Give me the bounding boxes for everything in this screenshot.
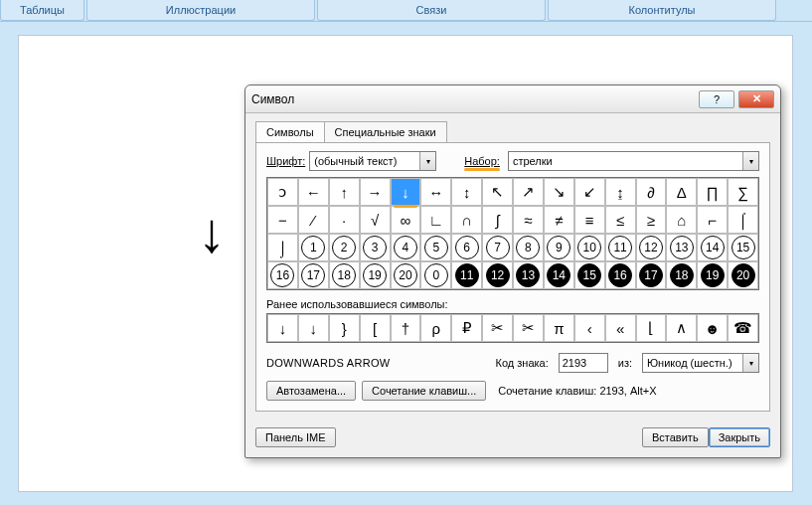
symbol-cell[interactable]: ‹ [574, 314, 605, 342]
symbol-cell[interactable]: 18 [666, 261, 697, 289]
font-combo[interactable]: (обычный текст) ▾ [309, 151, 436, 171]
symbol-cell[interactable]: 17 [636, 261, 667, 289]
symbol-cell[interactable]: √ [360, 206, 391, 234]
symbol-cell[interactable]: ∑ [728, 178, 758, 206]
symbol-cell[interactable]: ↨ [605, 178, 636, 206]
symbol-cell[interactable]: ∕ [298, 206, 329, 234]
symbol-cell[interactable]: ₽ [451, 314, 482, 342]
symbol-cell[interactable]: ↑ [329, 178, 360, 206]
symbol-cell[interactable]: † [391, 314, 421, 342]
symbol-cell[interactable]: 1 [298, 234, 329, 261]
symbol-cell[interactable]: 4 [391, 234, 421, 261]
chevron-down-icon[interactable]: ▾ [419, 152, 435, 170]
ribbon-group-illustrations[interactable]: Иллюстрации [86, 0, 315, 21]
symbol-cell[interactable]: 11 [605, 234, 636, 261]
symbol-cell[interactable]: ↔ [420, 178, 451, 206]
symbol-cell[interactable]: ∫ [482, 206, 513, 234]
symbol-cell[interactable]: ↖ [482, 178, 513, 206]
ribbon-group-tables[interactable]: Таблицы [0, 0, 84, 21]
symbol-cell[interactable]: 12 [636, 234, 667, 261]
symbol-cell[interactable]: 7 [482, 234, 513, 261]
symbol-cell[interactable]: 19 [360, 261, 391, 289]
ribbon-group-headers[interactable]: Колонтитулы [548, 0, 776, 21]
insert-button[interactable]: Вставить [642, 427, 709, 447]
symbol-cell[interactable]: ∞ [391, 206, 421, 234]
symbol-cell[interactable]: 16 [605, 261, 636, 289]
symbol-cell[interactable]: ✂ [513, 314, 544, 342]
symbol-cell[interactable]: 15 [728, 234, 758, 261]
symbol-cell[interactable]: ⌂ [666, 206, 697, 234]
symbol-cell[interactable]: ⌡ [267, 234, 298, 261]
symbol-cell[interactable]: π [544, 314, 574, 342]
set-combo[interactable]: стрелки ▾ [508, 151, 759, 171]
symbol-cell[interactable]: [ [360, 314, 391, 342]
shortcut-key-button[interactable]: Сочетание клавиш... [362, 381, 486, 401]
symbol-cell[interactable]: → [360, 178, 391, 206]
symbol-cell[interactable]: · [329, 206, 360, 234]
symbol-cell[interactable]: ☎ [728, 314, 758, 342]
symbol-cell[interactable]: ☻ [697, 314, 728, 342]
symbol-cell[interactable]: 12 [482, 261, 513, 289]
symbol-cell[interactable]: ≠ [544, 206, 574, 234]
symbol-cell[interactable]: ∂ [636, 178, 667, 206]
symbol-cell[interactable]: ↙ [574, 178, 605, 206]
symbol-cell[interactable]: 5 [420, 234, 451, 261]
symbol-cell[interactable]: 0 [420, 261, 451, 289]
symbol-cell[interactable]: 14 [544, 261, 574, 289]
symbol-cell[interactable]: Δ [666, 178, 697, 206]
symbol-cell[interactable]: 9 [544, 234, 574, 261]
symbol-cell[interactable]: 16 [267, 261, 298, 289]
symbol-cell[interactable]: 20 [728, 261, 758, 289]
symbol-cell[interactable]: ≡ [574, 206, 605, 234]
symbol-cell[interactable]: 2 [329, 234, 360, 261]
help-button[interactable]: ? [699, 90, 734, 108]
symbol-cell[interactable]: 3 [360, 234, 391, 261]
symbol-cell[interactable]: 8 [513, 234, 544, 261]
symbol-cell[interactable]: ✂ [482, 314, 513, 342]
symbol-cell[interactable]: ρ [420, 314, 451, 342]
symbol-cell[interactable]: ∟ [420, 206, 451, 234]
symbol-cell[interactable]: ↓ [391, 178, 421, 206]
symbol-cell[interactable]: 15 [574, 261, 605, 289]
symbol-cell[interactable]: ∏ [697, 178, 728, 206]
symbol-cell[interactable]: − [267, 206, 298, 234]
symbol-cell[interactable]: ↓ [267, 314, 298, 342]
ime-panel-button[interactable]: Панель IME [255, 427, 336, 447]
symbol-cell[interactable]: ↗ [513, 178, 544, 206]
code-input[interactable]: 2193 [559, 353, 608, 373]
symbol-cell[interactable]: ≈ [513, 206, 544, 234]
symbol-cell[interactable]: ∩ [451, 206, 482, 234]
symbol-cell[interactable]: ⌠ [728, 206, 758, 234]
symbol-cell[interactable]: ⌐ [697, 206, 728, 234]
chevron-down-icon[interactable]: ▾ [742, 152, 758, 170]
chevron-down-icon[interactable]: ▾ [742, 354, 758, 372]
autocorrect-button[interactable]: Автозамена... [266, 381, 356, 401]
symbol-cell[interactable]: 11 [451, 261, 482, 289]
symbol-cell[interactable]: 13 [513, 261, 544, 289]
close-dialog-button[interactable]: Закрыть [709, 427, 770, 447]
symbol-cell[interactable]: 17 [298, 261, 329, 289]
symbol-cell[interactable]: « [605, 314, 636, 342]
symbol-cell[interactable]: 14 [697, 234, 728, 261]
symbol-cell[interactable]: ≥ [636, 206, 667, 234]
symbol-cell[interactable]: ⌊ [636, 314, 667, 342]
ribbon-group-links[interactable]: Связи [317, 0, 546, 21]
symbol-cell[interactable]: 20 [391, 261, 421, 289]
symbol-cell[interactable]: 19 [697, 261, 728, 289]
symbol-cell[interactable]: 10 [574, 234, 605, 261]
tab-special-chars[interactable]: Специальные знаки [324, 121, 447, 142]
close-button[interactable]: ✕ [738, 90, 774, 108]
symbol-cell[interactable]: ∧ [666, 314, 697, 342]
symbol-cell[interactable]: ← [298, 178, 329, 206]
symbol-cell[interactable]: ≤ [605, 206, 636, 234]
symbol-cell[interactable]: ↓ [298, 314, 329, 342]
symbol-cell[interactable]: 18 [329, 261, 360, 289]
symbol-cell[interactable]: 13 [666, 234, 697, 261]
symbol-cell[interactable]: } [329, 314, 360, 342]
from-combo[interactable]: Юникод (шестн.) ▾ [642, 353, 759, 373]
dialog-titlebar[interactable]: Символ ? ✕ [245, 85, 780, 113]
symbol-cell[interactable]: 6 [451, 234, 482, 261]
symbol-cell[interactable]: ↄ [267, 178, 298, 206]
tab-symbols[interactable]: Символы [255, 121, 325, 142]
symbol-cell[interactable]: ↕ [451, 178, 482, 206]
